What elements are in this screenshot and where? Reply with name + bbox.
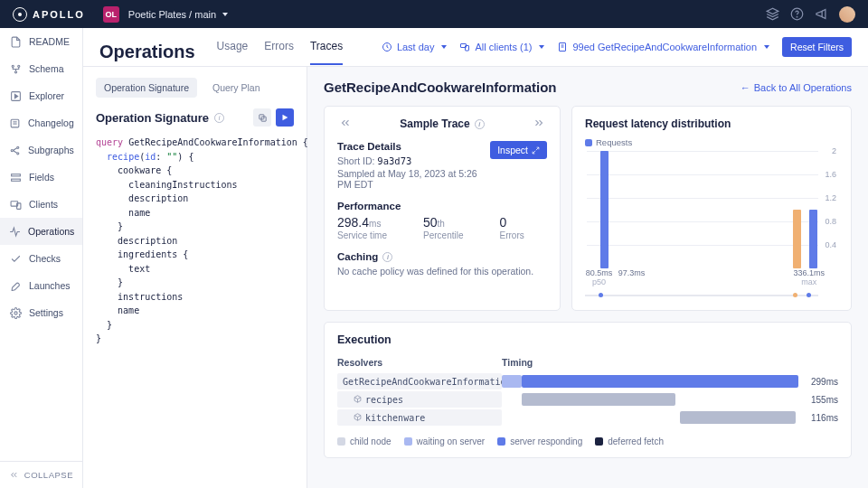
svg-point-18 bbox=[14, 311, 16, 314]
resolver-row[interactable]: recipes155ms bbox=[337, 391, 838, 408]
pulse-icon bbox=[9, 225, 21, 238]
filter-time[interactable]: Last day bbox=[382, 42, 448, 52]
sidenav-readme[interactable]: README bbox=[0, 28, 82, 55]
svg-line-29 bbox=[533, 150, 535, 153]
apollo-icon bbox=[13, 7, 27, 22]
svg-rect-14 bbox=[11, 174, 20, 175]
page-header: Operations Usage Errors Traces Last day … bbox=[83, 28, 868, 67]
trace-short-id: 9a3d73 bbox=[377, 155, 411, 166]
gear-icon bbox=[9, 306, 22, 319]
latency-bar[interactable] bbox=[809, 210, 817, 268]
svg-rect-15 bbox=[11, 179, 20, 181]
sidenav-fields[interactable]: Fields bbox=[0, 164, 82, 191]
schema-icon bbox=[9, 62, 22, 75]
latency-range-slider[interactable] bbox=[585, 292, 818, 299]
collapse-button[interactable]: COLLAPSE bbox=[0, 461, 82, 488]
tab-query-plan[interactable]: Query Plan bbox=[204, 78, 269, 98]
sidenav-schema[interactable]: Schema bbox=[0, 55, 82, 82]
back-to-operations-link[interactable]: ← Back to All Operations bbox=[741, 82, 852, 93]
trace-header: Sample Trace bbox=[400, 117, 469, 130]
subgraphs-icon bbox=[9, 144, 21, 156]
execution-card: Execution ResolversTiming GetRecipeAndCo… bbox=[324, 322, 852, 458]
sidenav: README Schema Explorer Changelog Subgrap… bbox=[0, 28, 83, 488]
fields-icon bbox=[9, 171, 22, 183]
reset-filters-button[interactable]: Reset Filters bbox=[782, 37, 852, 57]
trace-sampled-at: Sampled at May 18, 2023 at 5:26 PM EDT bbox=[337, 168, 490, 190]
avatar[interactable] bbox=[839, 6, 855, 23]
sidenav-changelog[interactable]: Changelog bbox=[0, 109, 82, 136]
project-switcher[interactable]: Poetic Plates / main bbox=[128, 9, 228, 20]
latency-distribution-card: Request latency distribution Requests 0.… bbox=[571, 106, 852, 311]
rocket-icon bbox=[9, 279, 22, 292]
prev-trace-button[interactable] bbox=[339, 117, 352, 132]
sidenav-settings[interactable]: Settings bbox=[0, 299, 82, 326]
operation-signature-pane: Operation Signature Query Plan Operation… bbox=[83, 67, 307, 488]
brand-text: APOLLO bbox=[33, 9, 85, 20]
chevrons-left-icon bbox=[9, 470, 19, 480]
signature-title: Operation Signature bbox=[96, 111, 209, 125]
tab-traces[interactable]: Traces bbox=[310, 40, 343, 65]
help-icon[interactable] bbox=[790, 7, 804, 21]
sidenav-launches[interactable]: Launches bbox=[0, 272, 82, 299]
megaphone-icon[interactable] bbox=[815, 7, 828, 21]
svg-marker-27 bbox=[283, 115, 288, 121]
caching-message: No cache policy was defined for this ope… bbox=[337, 266, 547, 277]
trace-details-heading: Trace Details bbox=[337, 141, 490, 152]
latency-chart: 0.40.81.21.62 bbox=[587, 151, 818, 268]
copy-button[interactable] bbox=[253, 108, 271, 127]
inspect-button[interactable]: Inspect bbox=[490, 141, 547, 159]
sidenav-subgraphs[interactable]: Subgraphs bbox=[0, 136, 82, 164]
svg-point-12 bbox=[17, 146, 19, 148]
devices-icon bbox=[9, 198, 22, 211]
expand-icon bbox=[532, 146, 540, 155]
svg-point-13 bbox=[17, 152, 19, 154]
sidenav-clients[interactable]: Clients bbox=[0, 191, 82, 218]
svg-marker-7 bbox=[14, 94, 17, 98]
sidenav-explorer[interactable]: Explorer bbox=[0, 82, 82, 109]
sample-trace-card: Sample Trace Trace Details Short ID: 9a3… bbox=[324, 106, 561, 311]
page-title: Operations bbox=[99, 42, 195, 62]
info-icon[interactable] bbox=[475, 119, 485, 129]
brand-logo[interactable]: APOLLO bbox=[13, 7, 85, 22]
cube-icon bbox=[354, 413, 362, 423]
legend-swatch-icon bbox=[585, 139, 592, 146]
filter-clients[interactable]: All clients (1) bbox=[459, 42, 544, 52]
filter-operation[interactable]: 99ed GetRecipeAndCookwareInformation bbox=[557, 42, 769, 52]
page-icon bbox=[9, 35, 22, 48]
org-badge[interactable]: OL bbox=[103, 6, 119, 23]
tab-errors[interactable]: Errors bbox=[264, 40, 294, 65]
info-icon[interactable] bbox=[214, 113, 224, 123]
svg-marker-0 bbox=[767, 8, 778, 14]
cube-icon bbox=[354, 395, 362, 405]
clients-icon bbox=[459, 42, 470, 52]
latency-bar[interactable] bbox=[793, 210, 801, 268]
graph-icon[interactable] bbox=[766, 7, 779, 21]
svg-point-4 bbox=[17, 65, 19, 67]
resolver-row[interactable]: kitchenware116ms bbox=[337, 409, 838, 426]
next-trace-button[interactable] bbox=[533, 117, 545, 132]
clock-icon bbox=[382, 42, 392, 52]
performance-heading: Performance bbox=[337, 201, 547, 211]
sidenav-operations[interactable]: Operations bbox=[0, 218, 82, 245]
topbar: APOLLO OL Poetic Plates / main bbox=[0, 0, 868, 28]
run-button[interactable] bbox=[276, 108, 294, 127]
svg-line-28 bbox=[536, 147, 539, 150]
play-icon bbox=[9, 89, 22, 102]
svg-point-2 bbox=[797, 16, 797, 17]
tab-usage[interactable]: Usage bbox=[217, 40, 249, 65]
caching-heading: Caching bbox=[337, 251, 378, 262]
resolver-row[interactable]: GetRecipeAndCookwareInformation299ms bbox=[337, 373, 838, 389]
svg-point-3 bbox=[12, 65, 14, 67]
list-icon bbox=[9, 117, 21, 129]
latency-bar[interactable] bbox=[600, 151, 609, 268]
check-icon bbox=[9, 252, 22, 265]
svg-point-5 bbox=[14, 70, 16, 72]
execution-heading: Execution bbox=[337, 333, 838, 346]
sidenav-checks[interactable]: Checks bbox=[0, 245, 82, 272]
operation-name: GetRecipeAndCookwareInformation bbox=[324, 80, 557, 95]
svg-point-11 bbox=[11, 149, 13, 151]
tab-operation-signature[interactable]: Operation Signature bbox=[96, 78, 197, 98]
latency-title: Request latency distribution bbox=[585, 117, 838, 130]
operation-code: query GetRecipeAndCookwareInformation { … bbox=[96, 136, 294, 346]
info-icon[interactable] bbox=[382, 252, 392, 262]
